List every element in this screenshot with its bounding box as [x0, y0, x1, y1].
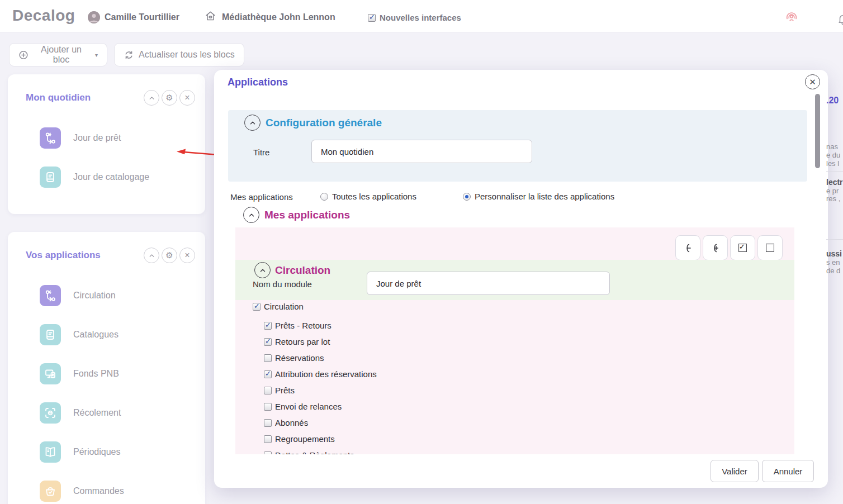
block-mon-quotidien: Mon quotidien ⚙ × Jour de prêt Jour de c…: [8, 74, 205, 214]
new-interfaces-checkbox[interactable]: [368, 14, 376, 22]
close-block-button[interactable]: ×: [179, 248, 195, 263]
module-parent-checkbox-row[interactable]: Circulation: [253, 302, 304, 311]
background-text-fragment: lectr: [826, 178, 843, 187]
refresh-blocks-button[interactable]: Actualiser tous les blocs: [114, 43, 244, 66]
module-feature-list: Prêts - Retours Retours par lot Réservat…: [264, 317, 794, 454]
app-label: Jour de catalogage: [73, 172, 149, 182]
background-text-fragment: ussi: [826, 249, 842, 258]
modal-close-button[interactable]: ✕: [805, 74, 820, 89]
library-icon: [205, 10, 216, 22]
settings-block-button[interactable]: ⚙: [162, 90, 177, 106]
collapse-block-button[interactable]: [144, 90, 159, 106]
checkbox[interactable]: [264, 387, 272, 394]
checkbox[interactable]: [264, 403, 272, 411]
feature-checkbox-row[interactable]: Réservations: [264, 350, 794, 366]
refresh-blocks-label: Actualiser tous les blocs: [139, 50, 235, 60]
checkbox-label: Envoi de relances: [275, 402, 342, 411]
checkbox-label: Dettes & Règlements: [275, 450, 354, 454]
checkbox[interactable]: [253, 303, 261, 311]
feature-checkbox-row[interactable]: Prêts - Retours: [264, 317, 794, 334]
validate-button[interactable]: Valider: [711, 460, 759, 482]
feature-checkbox-row[interactable]: Attribution des réservations: [264, 366, 794, 382]
decalog-logo: Decalog: [12, 7, 75, 25]
app-icon: [40, 363, 61, 384]
collapse-block-button[interactable]: [144, 248, 159, 263]
feature-checkbox-row[interactable]: Envoi de relances: [264, 398, 794, 415]
module-name-input[interactable]: [367, 272, 610, 295]
app-shortcut[interactable]: Jour de catalogage: [40, 167, 205, 188]
titre-input[interactable]: [311, 140, 532, 163]
background-text-fragment: e pr: [826, 187, 839, 195]
radio-customize-applications[interactable]: Personnaliser la liste des applications: [463, 192, 614, 201]
checkbox-label: Prêts: [275, 386, 295, 395]
uncheck-all-button[interactable]: [757, 235, 783, 260]
new-interfaces-toggle[interactable]: Nouvelles interfaces: [368, 13, 461, 22]
collapse-section-button[interactable]: [244, 115, 261, 131]
app-label: Commandes: [73, 486, 124, 496]
close-block-button[interactable]: ×: [179, 90, 195, 106]
collapse-all-button[interactable]: [675, 235, 700, 260]
user-avatar[interactable]: [88, 11, 100, 23]
app-shortcut[interactable]: Périodiques: [40, 441, 205, 463]
checkbox[interactable]: [264, 354, 272, 362]
checkbox[interactable]: [264, 370, 272, 378]
add-block-label: Ajouter un bloc: [33, 45, 89, 65]
block-items: Jour de prêt Jour de catalogage: [8, 127, 205, 206]
feature-checkbox-row[interactable]: Prêts: [264, 382, 794, 398]
app-shortcut[interactable]: Catalogues: [40, 324, 205, 345]
app-icon: [40, 324, 61, 345]
checkbox[interactable]: [264, 419, 272, 427]
app-shortcut[interactable]: Récolement: [40, 402, 205, 424]
checkbox-label: Circulation: [264, 302, 304, 311]
app-shortcut[interactable]: Fonds PNB: [40, 363, 205, 384]
app-label: Récolement: [73, 408, 121, 418]
library-name[interactable]: Médiathèque John Lennon: [222, 12, 335, 22]
feature-checkbox-row[interactable]: Retours par lot: [264, 334, 794, 350]
close-icon: ×: [184, 251, 190, 260]
expand-all-icon: [709, 242, 722, 254]
block-vos-applications: Vos applications ⚙ × Circulation Catalog…: [8, 232, 205, 504]
background-text-fragment: de d: [826, 267, 840, 275]
checkbox[interactable]: [264, 322, 272, 330]
decalog-dashboard: Decalog Camille Tourtillier Médiathèque …: [0, 0, 843, 504]
app-icon: [40, 167, 61, 188]
gear-icon: ⚙: [165, 94, 173, 102]
radio-icon[interactable]: [320, 193, 328, 201]
checkbox-label: Retours par lot: [275, 337, 330, 346]
checkbox-label: Prêts - Retours: [275, 321, 331, 330]
background-text-fragment: s en: [826, 258, 840, 267]
modal-scrollbar-thumb[interactable]: [815, 94, 820, 168]
collapse-section-button[interactable]: [243, 207, 259, 223]
radio-icon[interactable]: [463, 193, 471, 201]
cancel-button[interactable]: Annuler: [762, 460, 814, 482]
module-title: Circulation: [275, 264, 330, 277]
feature-checkbox-row[interactable]: Regroupements: [264, 431, 794, 447]
radio-all-applications[interactable]: Toutes les applications: [320, 192, 416, 201]
block-title: Vos applications: [26, 250, 101, 261]
feature-checkbox-row[interactable]: Dettes & Règlements: [264, 447, 794, 454]
plus-circle-icon: [18, 50, 29, 60]
checkbox[interactable]: [264, 435, 272, 443]
assistance-icon[interactable]: [784, 9, 799, 25]
bell-icon[interactable]: [837, 12, 843, 25]
expand-all-button[interactable]: [703, 235, 728, 260]
check-all-button[interactable]: [730, 235, 755, 260]
app-icon: [40, 285, 61, 306]
collapse-all-icon: [682, 242, 694, 254]
app-shortcut[interactable]: Circulation: [40, 285, 205, 306]
refresh-icon: [124, 50, 134, 60]
app-label: Circulation: [73, 291, 116, 301]
app-label: Jour de prêt: [73, 133, 121, 143]
collapse-module-button[interactable]: [254, 262, 271, 278]
app-shortcut[interactable]: Commandes: [40, 481, 205, 502]
applications-list-panel: Circulation Nom du module Circulation Pr…: [235, 227, 794, 454]
app-shortcut[interactable]: Jour de prêt: [40, 127, 205, 149]
checkbox[interactable]: [264, 338, 272, 346]
settings-block-button[interactable]: ⚙: [162, 248, 177, 263]
feature-checkbox-row[interactable]: Abonnés: [264, 415, 794, 431]
add-block-button[interactable]: Ajouter un bloc ▾: [9, 43, 107, 66]
app-icon: [40, 127, 61, 149]
close-icon: ×: [184, 93, 190, 102]
user-name[interactable]: Camille Tourtillier: [105, 12, 179, 22]
checkbox[interactable]: [264, 451, 272, 455]
